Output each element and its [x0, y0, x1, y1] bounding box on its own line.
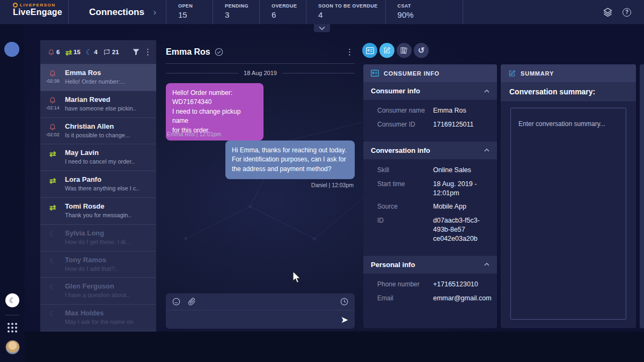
- collapse-bar-handle[interactable]: [314, 24, 330, 32]
- moon-icon: ☾: [49, 283, 56, 291]
- id-card-icon: [371, 70, 379, 77]
- conversation-summary-input[interactable]: [510, 108, 626, 320]
- away-status-button[interactable]: ☾: [5, 293, 19, 307]
- consumer-info-header: CONSUMER INFO: [363, 64, 497, 82]
- stat-pending[interactable]: PENDING 3: [213, 0, 260, 24]
- moon-icon: ☾: [49, 310, 56, 317]
- chevron-up-icon: [484, 90, 489, 93]
- summary-panel: SUMMARY Conversation summary:: [501, 64, 636, 328]
- conversation-item[interactable]: ☾ Tony Ramos How do I add that?..: [40, 252, 156, 278]
- conversation-item[interactable]: ⇄ Tomi Rosde Thank you for messagin..: [40, 198, 156, 225]
- message-meta: Emma Ros | 12:01pm: [167, 131, 221, 137]
- stat-open[interactable]: OPEN 15: [166, 0, 213, 24]
- check-circle-icon: [215, 48, 223, 56]
- conversation-item[interactable]: ☾ Glen Ferguson I have a question about.…: [40, 278, 156, 305]
- conversation-list-panel: 6 ⇄ 15 ☾ 4 21 ⋮ -02:39: [40, 40, 156, 331]
- send-icon[interactable]: ➤: [341, 314, 348, 326]
- urgent-counter[interactable]: 6: [48, 49, 60, 56]
- date-divider: 18 Aug 2019: [166, 70, 355, 76]
- bell-icon: [49, 123, 56, 131]
- attachment-icon[interactable]: [188, 298, 196, 306]
- help-icon[interactable]: ?: [621, 7, 632, 18]
- conversation-item[interactable]: -02:02 Christian Allen Is it possible to…: [40, 118, 156, 145]
- user-avatar[interactable]: [5, 340, 20, 354]
- moon-icon: ☾: [49, 257, 56, 264]
- next-widget-panel-edge[interactable]: [640, 64, 644, 328]
- conversation-info-body: SkillOnline Sales Start time18 Aug. 2019…: [363, 159, 497, 256]
- section-conversation-info[interactable]: Conversation info: [363, 142, 497, 159]
- dismissed-counter[interactable]: 21: [103, 49, 119, 56]
- agent-message-bubble: Hi Emma, thanks for reaching out today. …: [225, 141, 355, 179]
- consumer-info-tab[interactable]: [362, 43, 377, 58]
- conversation-list-header: 6 ⇄ 15 ☾ 4 21 ⋮: [40, 40, 156, 64]
- conversation-item[interactable]: -02:14 Marian Reved have someone else pi…: [40, 91, 156, 118]
- conversation-item[interactable]: ☾ Sylvia Long How do I get these, I di..…: [40, 225, 156, 252]
- library-icon: [400, 47, 408, 54]
- rail-divider: [5, 315, 19, 315]
- bell-icon: [48, 49, 55, 56]
- top-bar: LIVEPERSON LiveEngage Connections › OPEN…: [0, 0, 644, 24]
- chevron-up-icon: [484, 149, 489, 152]
- agent-status-avatar[interactable]: [4, 42, 19, 57]
- liveperson-logo-icon: [13, 3, 18, 8]
- transfer-icon: ⇄: [65, 48, 72, 56]
- page-title-cell: Connections ›: [69, 0, 166, 24]
- pencil-icon: [383, 47, 391, 54]
- section-personal-info[interactable]: Personal info: [363, 256, 497, 274]
- emoji-icon[interactable]: [172, 298, 180, 306]
- conversation-item[interactable]: -02:39 Emma Ros Hello! Order number:...: [40, 64, 156, 91]
- moon-icon: ☾: [86, 48, 93, 56]
- snoozed-counter[interactable]: ☾ 4: [86, 48, 98, 56]
- message-meta: Daniel | 12:03pm: [311, 182, 354, 188]
- widget-toolbar: ↺: [362, 43, 429, 58]
- transfer-icon: ⇄: [49, 150, 56, 158]
- consumer-info-panel: CONSUMER INFO Consumer info Consumer nam…: [363, 64, 497, 328]
- section-consumer-info[interactable]: Consumer info: [363, 82, 497, 100]
- pencil-icon: [508, 70, 516, 77]
- consumer-info-body: Consumer nameEmma Ros Consumer ID1716912…: [363, 100, 497, 142]
- conversation-item[interactable]: ☾ Max Holdes May I ask for the name on: [40, 305, 156, 331]
- chat-pane: Emma Ros ⋮ 18 Aug 2019 Hello! Order numb…: [166, 40, 355, 331]
- filter-icon[interactable]: [133, 49, 140, 55]
- stat-overdue[interactable]: OVERDUE 6: [260, 0, 306, 24]
- transfer-counter[interactable]: ⇄ 15: [65, 48, 80, 56]
- chevron-right-icon[interactable]: ›: [153, 8, 156, 17]
- bell-icon: [49, 70, 56, 77]
- apps-grid-button[interactable]: [8, 323, 17, 333]
- knowledge-base-tab[interactable]: [397, 43, 412, 58]
- liveengage-app: LIVEPERSON LiveEngage Connections › OPEN…: [0, 0, 644, 362]
- brand-name: LIVEPERSON: [20, 3, 56, 8]
- layers-icon[interactable]: [602, 7, 613, 18]
- brand-logo[interactable]: LIVEPERSON LiveEngage: [0, 0, 69, 24]
- footer-band: [25, 331, 644, 362]
- history-icon: ↺: [418, 46, 425, 55]
- history-tab[interactable]: ↺: [414, 43, 429, 58]
- chat-title: Emma Ros: [166, 47, 210, 57]
- id-card-icon: [366, 47, 374, 54]
- bell-icon: [49, 97, 56, 104]
- summary-heading-bar: Conversation summary:: [501, 82, 636, 101]
- product-name: LiveEngage: [13, 8, 68, 17]
- chat-header: Emma Ros ⋮: [166, 40, 355, 64]
- moon-icon: ☾: [9, 296, 16, 305]
- chat-menu-icon[interactable]: ⋮: [346, 47, 355, 57]
- chevron-down-icon: [319, 26, 325, 30]
- transfer-icon: ⇄: [49, 176, 56, 184]
- page-title: Connections: [89, 7, 144, 18]
- stat-csat[interactable]: CSAT 90%: [386, 0, 463, 24]
- stat-soon-overdue[interactable]: SOON TO BE OVERDUE 4: [306, 0, 386, 24]
- chat-dismiss-icon: [103, 49, 111, 56]
- list-menu-icon[interactable]: ⋮: [144, 47, 152, 57]
- clock-icon[interactable]: [340, 298, 348, 306]
- transfer-icon: ⇄: [49, 203, 56, 211]
- kpi-stats: OPEN 15 PENDING 3 OVERDUE 6 SOON TO BE O…: [166, 0, 463, 24]
- conversation-item[interactable]: ⇄ May Lavin I need to cancel my order..: [40, 144, 156, 171]
- conversation-item[interactable]: ⇄ Lora Panfo Was there anything else I c…: [40, 171, 156, 198]
- left-rail: ☾: [0, 24, 25, 362]
- summary-header: SUMMARY: [501, 64, 636, 82]
- message-input-box[interactable]: ➤: [166, 293, 355, 329]
- moon-icon: ☾: [49, 230, 56, 238]
- summary-tab[interactable]: [379, 43, 394, 58]
- chevron-up-icon: [484, 263, 489, 266]
- personal-info-body: Phone number+17165123010 Emailemmar@gmai…: [363, 274, 497, 328]
